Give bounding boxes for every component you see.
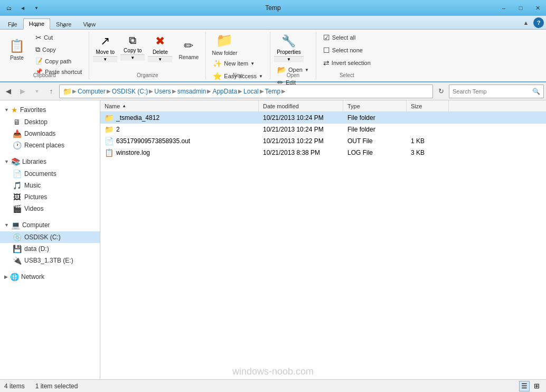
delete-button[interactable]: ✖ Delete ▼: [147, 32, 173, 63]
libraries-header[interactable]: ▼ 📚 Libraries: [0, 155, 100, 168]
computer-label: Computer: [22, 221, 50, 229]
network-header[interactable]: ▶ 🌐 Network: [0, 270, 100, 283]
select-all-icon: ☑: [323, 33, 330, 42]
address-area: ◀ ▶ ▼ ↑ 📁 ▶ Computer ▶ OSDISK (C:) ▶ Use…: [0, 82, 546, 100]
address-bar[interactable]: 📁 ▶ Computer ▶ OSDISK (C:) ▶ Users ▶ sms…: [59, 85, 433, 98]
sidebar-item-usb[interactable]: 🔌 USB3_1.3TB (E:): [0, 255, 100, 266]
new-folder-button[interactable]: 📁 New folder: [209, 32, 240, 57]
selected-count: 1 item selected: [35, 382, 78, 390]
edit-button[interactable]: ✏ Edit: [274, 77, 299, 88]
osdisk-label: OSDISK (C:): [24, 234, 61, 241]
file-name: winstore.log: [116, 149, 150, 156]
new-item-button[interactable]: ✨ New item ▼: [209, 58, 267, 69]
copy-to-icon: ⧉: [129, 34, 136, 46]
documents-icon: 📄: [13, 170, 21, 178]
computer-header[interactable]: ▼ 💻 Computer: [0, 219, 100, 231]
close-button[interactable]: ✕: [529, 0, 546, 16]
up-button[interactable]: ↑: [45, 85, 58, 98]
paste-button[interactable]: 📋 Paste: [3, 32, 31, 68]
sidebar-item-desktop[interactable]: 🖥 Desktop: [0, 116, 100, 128]
file-icon: 📄: [105, 137, 114, 145]
breadcrumb-smsadmin[interactable]: smsadmin: [177, 88, 206, 95]
desktop-label: Desktop: [24, 118, 48, 126]
search-input[interactable]: [453, 88, 530, 95]
back-button[interactable]: ◀: [2, 85, 15, 98]
ribbon-help[interactable]: ▲: [520, 16, 532, 29]
copy-to-button[interactable]: ⧉ Copy to ▼: [120, 32, 145, 61]
breadcrumb-local[interactable]: Local: [243, 88, 259, 95]
sidebar-item-downloads[interactable]: 📥 Downloads: [0, 128, 100, 139]
select-all-button[interactable]: ☑ Select all: [319, 32, 360, 43]
breadcrumb-osdisk[interactable]: OSDISK (C:): [112, 88, 148, 95]
downloads-label: Downloads: [24, 130, 55, 137]
details-view-button[interactable]: ☰: [519, 381, 530, 391]
libraries-icon: 📚: [11, 157, 20, 166]
properties-button[interactable]: 🔧 Properties ▼: [274, 32, 304, 63]
copy-button[interactable]: ⧉ Copy: [32, 44, 86, 55]
sidebar-item-data[interactable]: 💾 data (D:): [0, 243, 100, 255]
tab-file[interactable]: File F: [2, 19, 23, 30]
breadcrumb-temp[interactable]: Temp: [265, 88, 280, 95]
breadcrumb-appdata[interactable]: AppData: [212, 88, 237, 95]
clipboard-label: Clipboard: [0, 72, 89, 78]
table-row[interactable]: 📁 _tsmedia_4812 10/21/2013 10:24 PM File…: [100, 112, 546, 124]
delete-icon: ✖: [155, 34, 165, 48]
col-header-type[interactable]: Type: [343, 100, 407, 111]
col-header-size[interactable]: Size: [407, 100, 449, 111]
table-row[interactable]: 📋 winstore.log 10/21/2013 8:38 PM LOG Fi…: [100, 147, 546, 158]
file-size-cell: 3 KB: [407, 148, 449, 157]
tab-view[interactable]: View V: [77, 19, 101, 30]
ribbon-help-icon[interactable]: ?: [533, 17, 544, 28]
invert-selection-button[interactable]: ⇄ Invert selection: [319, 57, 374, 69]
sidebar-item-recent[interactable]: 🕐 Recent places: [0, 139, 100, 151]
tiles-view-button[interactable]: ⊞: [531, 381, 542, 391]
music-icon: 🎵: [13, 181, 21, 190]
sidebar-spacer1: [0, 151, 100, 155]
sidebar-item-documents[interactable]: 📄 Documents: [0, 168, 100, 180]
tab-share[interactable]: Share S: [50, 19, 77, 30]
forward-button[interactable]: ▶: [16, 85, 29, 98]
network-arrow: ▶: [4, 274, 8, 279]
sidebar-item-videos[interactable]: 🎬 Videos: [0, 203, 100, 214]
qat-icon[interactable]: 🗂: [3, 2, 15, 14]
col-header-date[interactable]: Date modified: [259, 100, 343, 111]
organize-group: ↗ Move to ▼ ⧉ Copy to ▼ ✖ Delete ▼: [89, 32, 206, 79]
recent-locations-button[interactable]: ▼: [31, 85, 43, 98]
file-type-cell: File folder: [343, 125, 407, 134]
cut-button[interactable]: ✂ Cut: [32, 32, 86, 43]
copy-icon: ⧉: [35, 45, 40, 54]
refresh-button[interactable]: ↻: [435, 85, 447, 98]
copy-path-button[interactable]: 📝 Copy path: [32, 56, 86, 66]
favorites-header[interactable]: ▼ ★ Favorites: [0, 104, 100, 116]
sidebar-item-osdisk[interactable]: 💿 OSDISK (C:): [0, 231, 100, 243]
search-icon: 🔍: [532, 88, 540, 95]
favorites-arrow: ▼: [4, 107, 9, 113]
new-item-arrow: ▼: [250, 61, 255, 66]
move-to-button[interactable]: ↗ Move to ▼: [92, 32, 118, 63]
new-label: New: [206, 72, 270, 78]
col-header-name[interactable]: Name ▲: [100, 100, 259, 111]
minimize-button[interactable]: –: [495, 0, 512, 16]
sidebar-item-pictures[interactable]: 🖼 Pictures: [0, 191, 100, 203]
sidebar-item-music[interactable]: 🎵 Music: [0, 180, 100, 191]
file-date-cell: 10/21/2013 10:24 PM: [259, 113, 343, 123]
breadcrumb-users[interactable]: Users: [154, 88, 171, 95]
qat-back[interactable]: ◀: [17, 2, 29, 14]
breadcrumb-computer[interactable]: Computer: [78, 88, 106, 95]
move-arrow: ▼: [93, 56, 117, 62]
invert-icon: ⇄: [323, 59, 330, 67]
desktop-icon: 🖥: [13, 118, 21, 126]
qat-customize[interactable]: ▼: [31, 2, 42, 14]
table-row[interactable]: 📁 2 10/21/2013 10:24 PM File folder: [100, 124, 546, 135]
rename-button[interactable]: ✏ Rename: [175, 32, 202, 68]
select-none-button[interactable]: ☐ Select none: [319, 44, 366, 56]
table-row[interactable]: 📄 635179909573858935.out 10/21/2013 10:2…: [100, 135, 546, 147]
tab-home[interactable]: Home H: [23, 18, 50, 30]
search-box[interactable]: 🔍: [449, 85, 544, 98]
maximize-button[interactable]: □: [512, 0, 529, 16]
titlebar: 🗂 ◀ ▼ Temp – □ ✕: [0, 0, 546, 16]
file-date-cell: 10/21/2013 8:38 PM: [259, 148, 343, 157]
properties-icon: 🔧: [281, 34, 296, 48]
file-icon: 📁: [105, 125, 114, 134]
copy-path-icon: 📝: [35, 58, 43, 64]
